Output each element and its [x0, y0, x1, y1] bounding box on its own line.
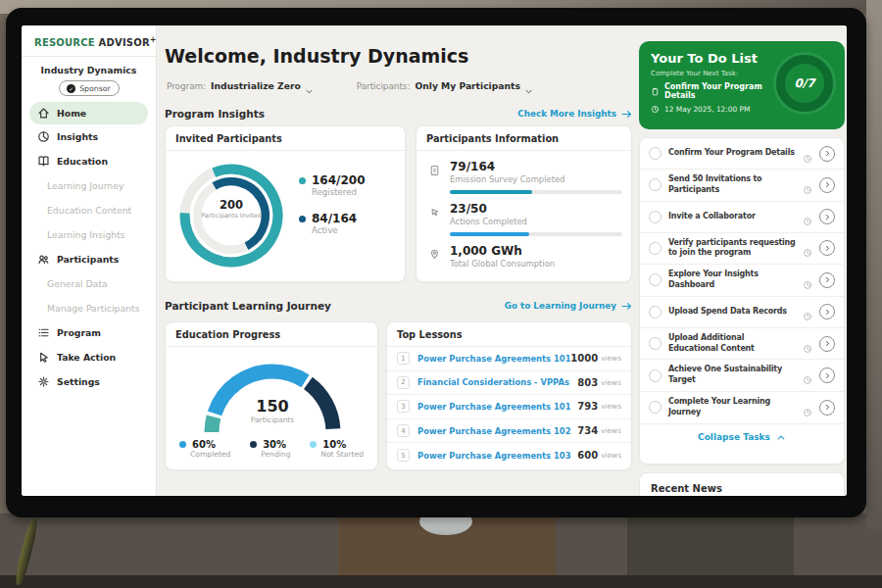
due-date-label: 12 May 2025, 12:00 PM [664, 105, 750, 114]
chevron-right-button[interactable] [819, 304, 835, 319]
sidebar-item-learning-insights[interactable]: Learning Insights [22, 222, 156, 247]
legend-registered: 164/200 Registered [299, 173, 365, 197]
active-value: 84/164 [312, 212, 357, 225]
task-row-confirm-program[interactable]: Confirm Your Program Details [640, 138, 844, 170]
education-progress-gauge-chart [189, 350, 356, 440]
sidebar-item-manage-participants[interactable]: Manage Participants [22, 296, 156, 320]
go-to-learning-journey-link[interactable]: Go to Learning Journey [505, 301, 632, 311]
task-checkbox[interactable] [649, 306, 662, 318]
chevron-up-icon [776, 433, 786, 441]
book-icon [37, 155, 50, 168]
next-task-label: Confirm Your Program Details [664, 82, 770, 100]
monitor-bezel: RESOURCE ADVISOR+ Industry Dynamics ✓ Sp… [6, 8, 866, 517]
participants-dropdown[interactable]: Participants: Only My Participants [357, 80, 533, 91]
pending-label: Pending [261, 450, 290, 459]
chevron-right-button[interactable] [819, 400, 835, 416]
task-checkbox[interactable] [649, 211, 662, 223]
lesson-views: 1000 [570, 353, 598, 364]
task-row-upload-spend-data[interactable]: Upload Spend Data Records [640, 297, 844, 328]
task-checkbox[interactable] [649, 401, 662, 414]
recent-news-card: Recent News [639, 472, 845, 496]
collapse-tasks-link[interactable]: Collapse Tasks [640, 424, 844, 450]
sidebar-item-participants[interactable]: Participants [22, 247, 156, 271]
sidebar-item-label: Insights [57, 131, 98, 142]
link-label: Check More Insights [517, 109, 616, 119]
task-row-verify-participants[interactable]: Verify participants requesting to join t… [640, 233, 844, 266]
invited-count: 200 [198, 198, 265, 212]
task-checkbox[interactable] [649, 242, 662, 255]
sidebar-item-education[interactable]: Education [22, 149, 156, 173]
task-row-complete-learning-journey[interactable]: Complete Your Learning Journey [640, 392, 844, 424]
clipboard-icon [428, 162, 442, 175]
task-checkbox[interactable] [649, 178, 662, 191]
lesson-row: 4 Power Purchase Agreements 102 734 view… [387, 419, 631, 444]
stat-label: Actions Completed [450, 217, 622, 226]
top-lessons-card: Top Lessons 1 Power Purchase Agreements … [386, 321, 632, 470]
lesson-link[interactable]: Power Purchase Agreements 101 [417, 402, 577, 412]
dashboard-screen: RESOURCE ADVISOR+ Industry Dynamics ✓ Sp… [22, 25, 847, 496]
task-checkbox[interactable] [649, 147, 662, 160]
sidebar-item-program[interactable]: Program [22, 320, 156, 345]
task-checkbox[interactable] [649, 369, 662, 382]
chevron-right-button[interactable] [819, 209, 835, 224]
legend-dot-active [299, 216, 306, 222]
chevron-right-button[interactable] [819, 146, 835, 162]
clock-icon [803, 212, 812, 221]
task-row-invite-collaborator[interactable]: Invite a Collaborator [640, 202, 844, 233]
link-label: Go to Learning Journey [505, 301, 616, 311]
chevron-right-button[interactable] [819, 368, 835, 383]
legend-not-started: 10% Not Started [310, 439, 364, 459]
sponsor-icon: ✓ [67, 84, 75, 93]
lessons-list: 1 Power Purchase Agreements 101 1000 vie… [387, 347, 631, 467]
clipboard-icon [651, 87, 660, 96]
program-dropdown[interactable]: Program: Industrialize Zero [167, 80, 314, 91]
sidebar-item-take-action[interactable]: Take Action [22, 345, 156, 369]
sidebar-item-learning-journey[interactable]: Learning Journey [22, 173, 156, 198]
sidebar-item-settings[interactable]: Settings [22, 369, 156, 394]
chevron-right-button[interactable] [819, 240, 835, 256]
chevron-right-button[interactable] [819, 336, 835, 352]
chevron-right-button[interactable] [819, 272, 835, 288]
lesson-link[interactable]: Power Purchase Agreements 101 [417, 354, 570, 364]
lesson-row: 2 Financial Considerations - VPPAs 803 v… [387, 371, 631, 396]
views-suffix: views [601, 378, 621, 387]
sidebar-item-education-content[interactable]: Education Content [22, 198, 156, 222]
check-more-insights-link[interactable]: Check More Insights [517, 109, 632, 119]
task-row-send-invitations[interactable]: Send 50 Invitations to Participants [640, 170, 844, 202]
lesson-link[interactable]: Power Purchase Agreements 103 [417, 451, 577, 461]
office-background: RESOURCE ADVISOR+ Industry Dynamics ✓ Sp… [0, 0, 882, 588]
task-row-upload-educational-content[interactable]: Upload Additional Educational Content [640, 328, 844, 361]
lesson-rank: 2 [397, 376, 410, 389]
lesson-row: 5 Power Purchase Agreements 103 600 view… [387, 443, 631, 467]
logo-primary: RESOURCE [34, 37, 95, 48]
lesson-row: 3 Power Purchase Agreements 101 793 view… [387, 395, 631, 419]
chevron-right-button[interactable] [819, 177, 835, 193]
todo-due-date: 12 May 2025, 12:00 PM [651, 105, 770, 114]
participants-label: Participants: [357, 81, 411, 91]
task-label: Explore Your Insights Dashboard [668, 270, 796, 291]
stat-emission-survey: 79/164 Emission Survey Completed [428, 160, 619, 194]
sidebar-item-home[interactable]: Home [29, 102, 148, 124]
sidebar-item-insights[interactable]: Insights [22, 124, 156, 149]
task-row-achieve-target[interactable]: Achieve One Sustainability Target [640, 360, 844, 392]
todo-header-card: Your To Do List Complete Your Next Task:… [639, 41, 845, 129]
recent-news-heading: Recent News [640, 473, 844, 496]
background-desk-edge [0, 575, 882, 588]
task-row-explore-insights[interactable]: Explore Your Insights Dashboard [640, 265, 844, 297]
task-checkbox[interactable] [649, 337, 662, 350]
sidebar-nav: Home Insights Education Learning Journey [22, 102, 156, 394]
location-pin-icon [428, 246, 442, 260]
legend-dot-registered [299, 177, 306, 184]
task-checkbox[interactable] [649, 273, 662, 286]
clock-icon [803, 180, 812, 190]
participants-count-label: Participants [223, 416, 321, 424]
card-title: Top Lessons [387, 322, 631, 347]
participants-information-card: Participants Information 79/164 Emission… [416, 125, 632, 282]
lesson-link[interactable]: Financial Considerations - VPPAs [417, 377, 577, 387]
task-label: Send 50 Invitations to Participants [668, 174, 796, 196]
sidebar-item-label: Program [57, 327, 101, 338]
sidebar-item-general-data[interactable]: General Data [22, 271, 156, 296]
lesson-link[interactable]: Power Purchase Agreements 102 [417, 426, 577, 436]
collapse-label: Collapse Tasks [698, 432, 770, 442]
chevron-down-icon [524, 81, 533, 90]
